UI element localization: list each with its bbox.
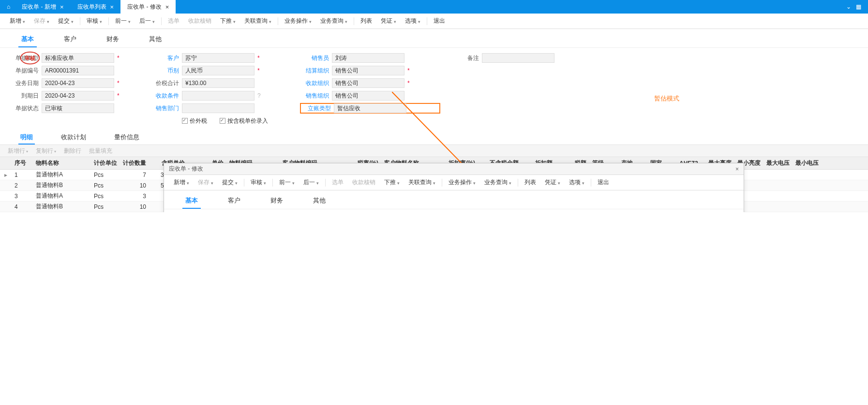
tab-finance[interactable]: 财务 — [268, 194, 286, 209]
biz-date-field[interactable]: 2020-04-23 — [42, 78, 114, 88]
save-button[interactable]: 保存 — [30, 15, 53, 27]
tab-price-info[interactable]: 量价信息 — [112, 132, 141, 145]
form-area: 审核 单据类型标准应收单* 单据编号AR00001391 业务日期2020-04… — [0, 48, 868, 128]
prev-button[interactable]: 前一 — [275, 177, 299, 188]
tab-customer[interactable]: 客户 — [61, 33, 79, 47]
push-button[interactable]: 下推 — [216, 15, 239, 27]
col-max-voltage[interactable]: 最大电压 — [763, 159, 793, 167]
option-button[interactable]: 选项 — [401, 15, 424, 27]
amount-field[interactable]: ¥130.00 — [182, 78, 254, 88]
label-settle-org[interactable]: 结算组织 — [300, 67, 329, 75]
label-doc-no: 单据编号 — [10, 67, 39, 75]
list-button[interactable]: 列表 — [521, 177, 540, 188]
submit-button[interactable]: 提交 — [54, 15, 77, 27]
tab-basic[interactable]: 基本 — [182, 194, 201, 209]
close-icon[interactable] — [56, 3, 64, 11]
tab-payment-plan[interactable]: 收款计划 — [59, 132, 88, 145]
doc-status-field[interactable]: 已审核 — [42, 103, 114, 113]
annotation-mode: 暂估模式 — [654, 94, 679, 103]
label-pay-term[interactable]: 收款条件 — [150, 92, 179, 100]
list-button[interactable]: 列表 — [357, 15, 376, 27]
batch-fill-button[interactable]: 批量填充 — [86, 147, 115, 155]
biz-op-button[interactable]: 业务操作 — [445, 177, 479, 188]
label-customer[interactable]: 客户 — [150, 54, 179, 62]
submit-button[interactable]: 提交 — [218, 177, 241, 188]
cancel-audit-button[interactable]: 收款核销 — [348, 177, 379, 188]
due-date-field[interactable]: 2020-04-23 — [42, 91, 114, 101]
col-qty[interactable]: 计价数量 — [120, 159, 149, 167]
new-button[interactable]: 新增 — [6, 15, 29, 27]
biz-op-button[interactable]: 业务操作 — [281, 15, 315, 27]
tab-list[interactable]: 应收单列表 — [71, 0, 121, 14]
close-icon[interactable] — [106, 3, 114, 11]
prev-button[interactable]: 前一 — [111, 15, 135, 27]
grid-icon[interactable]: ▦ — [856, 3, 861, 10]
tab-basic[interactable]: 基本 — [18, 33, 37, 47]
exit-button[interactable]: 退出 — [594, 177, 613, 188]
label-excl-tax: 价外税 — [190, 117, 207, 124]
audit-button[interactable]: 审核 — [247, 177, 270, 188]
close-icon[interactable]: × — [735, 166, 739, 173]
detail-tabs: 明细 收款计划 量价信息 — [0, 128, 868, 145]
customer-field[interactable]: 苏宁 — [182, 53, 254, 63]
incl-tax-checkbox[interactable] — [220, 118, 225, 124]
copy-row-button[interactable]: 复制行 — [33, 147, 59, 155]
doc-type-field[interactable]: 标准应收单 — [42, 53, 114, 63]
add-row-button[interactable]: 新增行 — [5, 147, 31, 155]
excl-tax-checkbox[interactable] — [182, 118, 188, 124]
col-min-voltage[interactable]: 最小电压 — [793, 159, 822, 167]
tab-other[interactable]: 其他 — [146, 33, 165, 47]
label-salesman[interactable]: 销售员 — [300, 54, 329, 62]
save-button[interactable]: 保存 — [194, 177, 217, 188]
label-currency[interactable]: 币别 — [150, 67, 179, 75]
next-button[interactable]: 后一 — [135, 15, 159, 27]
assoc-query-button[interactable]: 关联查询 — [240, 15, 275, 27]
biz-query-button[interactable]: 业务查询 — [480, 177, 515, 188]
tab-other[interactable]: 其他 — [310, 194, 329, 209]
expand-icon[interactable]: ⌄ — [846, 3, 851, 10]
tab-finance[interactable]: 财务 — [104, 33, 122, 47]
label-acct-type[interactable]: 立账类型 — [302, 104, 331, 113]
del-row-button[interactable]: 删除行 — [61, 147, 84, 155]
form-tabs: 基本 客户 财务 其他 — [0, 29, 868, 48]
biz-query-button[interactable]: 业务查询 — [316, 15, 351, 27]
next-button[interactable]: 后一 — [299, 177, 323, 188]
main-toolbar: 新增 保存 提交 审核 前一 后一 选单 收款核销 下推 关联查询 业务操作 业… — [0, 14, 868, 29]
col-name[interactable]: 物料名称 — [33, 159, 91, 167]
cancel-audit-button[interactable]: 收款核销 — [184, 15, 215, 27]
select-button[interactable]: 选单 — [164, 15, 183, 27]
sale-org-field[interactable]: 销售公司 — [332, 91, 404, 101]
acct-type-field[interactable]: 暂估应收 — [334, 103, 406, 113]
push-button[interactable]: 下推 — [380, 177, 404, 188]
voucher-button[interactable]: 凭证 — [541, 177, 564, 188]
sale-dept-field[interactable] — [182, 103, 254, 113]
pay-term-field[interactable] — [182, 91, 254, 101]
currency-field[interactable]: 人民币 — [182, 66, 254, 75]
salesman-field[interactable]: 刘涛 — [332, 53, 404, 63]
col-seq[interactable]: 序号 — [12, 159, 33, 167]
tab-edit[interactable]: 应收单 - 修改 — [120, 0, 176, 14]
voucher-button[interactable]: 凭证 — [377, 15, 400, 27]
label-due-date: 到期日 — [10, 92, 39, 100]
recv-org-field[interactable]: 销售公司 — [332, 78, 404, 88]
doc-no-field[interactable]: AR00001391 — [42, 66, 114, 75]
home-icon[interactable]: ⌂ — [2, 3, 15, 10]
option-button[interactable]: 选项 — [565, 177, 588, 188]
close-icon[interactable] — [162, 3, 169, 11]
tab-customer[interactable]: 客户 — [225, 194, 243, 209]
label-sale-dept[interactable]: 销售部门 — [150, 104, 179, 113]
new-button[interactable]: 新增 — [170, 177, 193, 188]
label-recv-org[interactable]: 收款组织 — [300, 79, 329, 87]
assoc-query-button[interactable]: 关联查询 — [404, 177, 439, 188]
settle-org-field[interactable]: 销售公司 — [332, 66, 404, 75]
tab-new[interactable]: 应收单 - 新增 — [15, 0, 70, 14]
select-button[interactable]: 选单 — [328, 177, 347, 188]
exit-button[interactable]: 退出 — [430, 15, 449, 27]
help-icon[interactable]: ? — [257, 92, 261, 99]
tab-detail[interactable]: 明细 — [18, 132, 35, 145]
audit-button[interactable]: 审核 — [83, 15, 106, 27]
label-sale-org[interactable]: 销售组织 — [300, 92, 329, 100]
label-doc-status: 单据状态 — [10, 104, 39, 113]
col-unit[interactable]: 计价单位 — [91, 159, 120, 167]
remark-field[interactable] — [482, 53, 554, 63]
